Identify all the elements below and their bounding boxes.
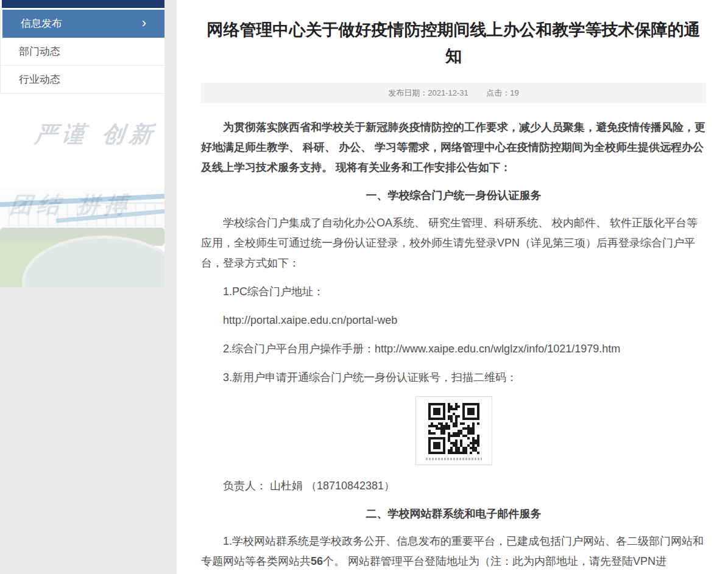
- sidebar-item-label: 部门动态: [19, 46, 60, 57]
- article-paragraph: 3.新用户申请开通综合门户统一身份认证账号，扫描二维码：: [201, 368, 706, 388]
- meta-bar: 发布日期：2021-12-31 点击：19: [201, 83, 706, 103]
- article-paragraph: 1.PC综合门户地址：: [201, 282, 706, 302]
- campus-photo-scene: [0, 188, 164, 287]
- chevron-right-icon: ›: [142, 9, 146, 37]
- section-heading-2: 二、学校网站群系统和电子邮件服务: [201, 506, 706, 521]
- page: 信息发布 › 部门动态 行业动态 严谨 创新 团结 拼搏: [0, 0, 728, 574]
- qr-caption: [426, 458, 482, 460]
- sidebar-item-label: 行业动态: [19, 74, 60, 85]
- publish-date: 发布日期：2021-12-31: [388, 88, 468, 97]
- article-paragraph: 学校综合门户集成了自动化办公OA系统、 研究生管理、科研系统、 校内邮件、 软件…: [201, 213, 706, 273]
- sidebar: 信息发布 › 部门动态 行业动态 严谨 创新 团结 拼搏: [0, 0, 164, 287]
- last-paragraph-post: 个。 网站群管理平台登陆地址为（注：此为内部地址，请先登陆VPN进: [323, 555, 666, 567]
- sidebar-menu: 信息发布 › 部门动态 行业动态: [0, 10, 164, 94]
- qr-code-frame: [415, 396, 492, 465]
- qr-code-image: [428, 403, 479, 454]
- article-content: 网络管理中心关于做好疫情防控期间线上办公和教学等技术保障的通知 发布日期：202…: [177, 0, 728, 574]
- sidebar-item-dept-news[interactable]: 部门动态: [1, 38, 164, 66]
- site-count: 56: [311, 555, 323, 567]
- watermark-motto-line1: 严谨 创新: [33, 119, 158, 150]
- hit-count: 点击：19: [486, 88, 518, 97]
- sidebar-item-industry-news[interactable]: 行业动态: [1, 66, 164, 94]
- sidebar-item-label: 信息发布: [21, 18, 62, 29]
- sidebar-campus-photo: 严谨 创新 团结 拼搏: [0, 94, 164, 287]
- page-title: 网络管理中心关于做好疫情防控期间线上办公和教学等技术保障的通知: [205, 17, 702, 69]
- section-heading-1: 一、学校综合门户统一身份认证服务: [201, 188, 706, 203]
- sidebar-item-info-release[interactable]: 信息发布 ›: [2, 10, 164, 38]
- sidebar-top-bar: [2, 0, 164, 8]
- qr-code-block: [201, 396, 706, 467]
- contact-person-line: 负责人： 山杜娟 （18710842381）: [201, 476, 706, 496]
- manual-url-text: 2.综合门户平台用户操作手册：http://www.xaipe.edu.cn/w…: [201, 339, 706, 359]
- article-lead-paragraph: 为贯彻落实陕西省和学校关于新冠肺炎疫情防控的工作要求，减少人员聚集，避免疫情传播…: [201, 117, 706, 178]
- portal-url-text: http://portal.xaipe.edu.cn/portal-web: [201, 310, 706, 331]
- article-last-paragraph: 1.学校网站群系统是学校政务公开、信息发布的重要平台，已建成包括门户网站、各二级…: [201, 531, 706, 572]
